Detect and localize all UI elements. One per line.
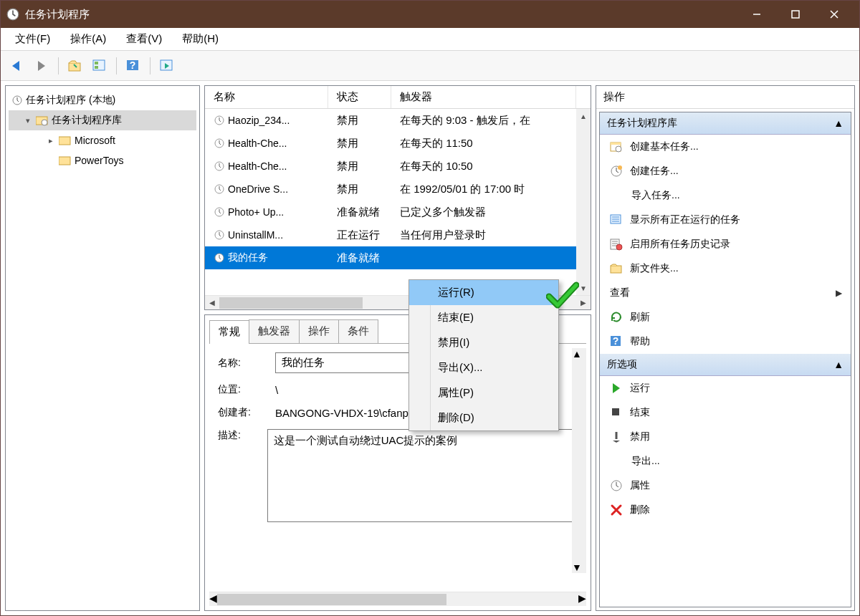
tree-root[interactable]: 任务计划程序 (本地) [9,90,196,110]
scroll-up-icon[interactable]: ▲ [576,109,591,123]
action-刷新[interactable]: 刷新 [600,305,851,329]
collapse-icon[interactable]: ▲ [833,117,844,129]
tree-child-label: Microsoft [75,135,115,146]
tab-triggers[interactable]: 触发器 [249,319,300,343]
scroll-left-icon[interactable]: ◀ [209,592,217,606]
task-row[interactable]: OneDrive S...禁用在 1992/05/01 的 17:00 时 [205,178,591,201]
action-label: 帮助 [630,335,650,348]
help-icon: ? [610,335,623,348]
details-vertical-scrollbar[interactable]: ▲ ▼ [572,348,586,573]
window-title: 任务计划程序 [25,8,737,21]
scroll-down-icon[interactable]: ▼ [572,562,586,573]
task-row[interactable]: Photo+ Up...准备就绪已定义多个触发器 [205,201,591,223]
scroll-up-icon[interactable]: ▲ [572,348,586,360]
task-name: Health-Che... [228,160,287,172]
action-创建基本任务[interactable]: 创建基本任务... [600,135,851,159]
minimize-button[interactable] [737,1,776,28]
action-新文件夹[interactable]: 新文件夹... [600,256,851,281]
action-label: 禁用 [630,430,650,443]
clock-icon [214,138,225,149]
action-label: 创建任务... [630,165,679,178]
section-selected-label: 所选项 [607,358,637,371]
task-row[interactable]: Health-Che...禁用在每天的 10:50 [205,155,591,178]
ctx-disable[interactable]: 禁用(I) [409,330,558,355]
action-导出[interactable]: 导出... [600,449,851,473]
nav-back-button[interactable] [6,55,28,77]
col-header-trigger[interactable]: 触发器 [391,86,576,108]
section-library[interactable]: 任务计划程序库 ▲ [600,112,851,135]
section-library-items: 创建基本任务...创建任务...导入任务...显示所有正在运行的任务启用所有任务… [600,135,851,354]
action-label: 删除 [630,504,650,516]
action-查看[interactable]: 查看▶ [600,281,851,305]
task-description-field[interactable]: 这是一个测试自动绕过UAC提示的案例 [267,429,578,522]
tree-item-powertoys[interactable]: PowerToys [9,150,196,170]
up-level-button[interactable] [64,55,86,77]
action-label: 导出... [631,455,660,468]
section-selected[interactable]: 所选项 ▲ [600,354,851,376]
action-启用所有任务历史记录[interactable]: 启用所有任务历史记录 [600,232,851,256]
task-row[interactable]: Health-Che...禁用在每天的 11:50 [205,132,591,155]
col-header-name[interactable]: 名称 [205,86,328,108]
close-button[interactable] [815,1,854,28]
label-description: 描述: [218,429,267,442]
tree-library[interactable]: ▾ 任务计划程序库 [9,110,196,130]
details-horizontal-scrollbar[interactable]: ◀ ▶ [209,592,586,606]
tab-conditions[interactable]: 条件 [338,319,378,343]
task-row[interactable]: 我的任务准备就绪 [205,246,591,269]
menu-file[interactable]: 文件(F) [5,29,60,49]
properties-button[interactable] [89,55,110,77]
clock-icon [610,479,623,492]
action-属性[interactable]: 属性 [600,473,851,498]
play-icon [610,382,623,395]
calendar-new-icon [610,165,623,178]
folder-icon [59,135,72,146]
clock-icon [214,160,225,172]
svg-rect-12 [59,137,70,145]
run-button[interactable] [156,55,178,77]
label-name: 名称: [218,357,275,370]
action-禁用[interactable]: 禁用 [600,425,851,449]
tab-general[interactable]: 常规 [209,320,249,344]
action-创建任务[interactable]: 创建任务... [600,159,851,183]
scroll-thumb[interactable] [219,297,363,309]
clock-icon [214,115,225,126]
scroll-left-icon[interactable]: ◀ [205,296,219,309]
ctx-delete[interactable]: 删除(D) [409,405,558,430]
maximize-button[interactable] [776,1,815,28]
ctx-end[interactable]: 结束(E) [409,305,558,330]
action-导入任务[interactable]: 导入任务... [600,183,851,208]
scroll-right-icon[interactable]: ▶ [578,592,586,606]
action-label: 结束 [630,406,650,419]
ctx-properties[interactable]: 属性(P) [409,380,558,405]
tab-actions[interactable]: 操作 [299,319,339,343]
vertical-scrollbar[interactable]: ▲ ▼ [576,109,591,295]
ctx-export[interactable]: 导出(X)... [409,355,558,380]
help-button[interactable]: ? [123,55,144,77]
action-label: 运行 [630,382,650,395]
task-row[interactable]: UninstallM...正在运行当任何用户登录时 [205,223,591,246]
action-显示所有正在运行的任务[interactable]: 显示所有正在运行的任务 [600,208,851,232]
task-status: 禁用 [328,137,391,150]
chevron-down-icon[interactable]: ▾ [23,116,33,125]
menu-action[interactable]: 操作(A) [60,29,116,49]
clock-icon [214,229,225,241]
col-header-status[interactable]: 状态 [328,86,391,108]
action-运行[interactable]: 运行 [600,376,851,400]
menu-help[interactable]: 帮助(H) [172,29,229,49]
menu-view[interactable]: 查看(V) [116,29,172,49]
task-status: 准备就绪 [328,206,391,219]
toolbar: ? [1,51,859,81]
ctx-run[interactable]: 运行(R) [409,280,558,305]
svg-rect-13 [59,157,70,165]
task-list-body[interactable]: Haozip_234...禁用在每天的 9:03 - 触发后，在Health-C… [205,109,591,295]
action-帮助[interactable]: ?帮助 [600,329,851,354]
task-row[interactable]: Haozip_234...禁用在每天的 9:03 - 触发后，在 [205,109,591,132]
chevron-right-icon[interactable]: ▸ [46,136,56,145]
nav-forward-button[interactable] [31,55,52,77]
navigation-tree[interactable]: 任务计划程序 (本地) ▾ 任务计划程序库 ▸ Microsoft PowerT… [6,86,199,175]
clock-icon [11,95,23,106]
action-结束[interactable]: 结束 [600,400,851,425]
tree-item-microsoft[interactable]: ▸ Microsoft [9,130,196,150]
action-删除[interactable]: 删除 [600,498,851,522]
collapse-icon[interactable]: ▲ [833,359,844,370]
